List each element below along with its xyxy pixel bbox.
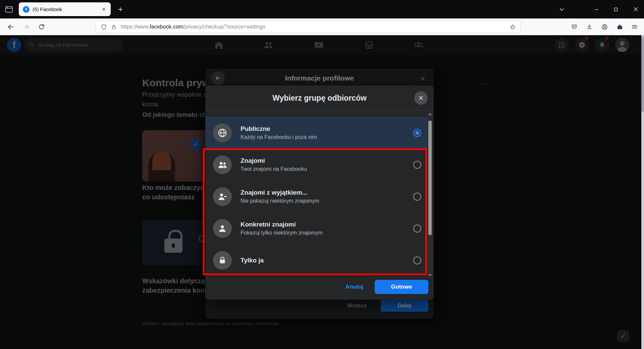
new-tab-button[interactable]: [115, 5, 125, 14]
cancel-button[interactable]: Anuluj: [345, 284, 363, 290]
modal-divider: [205, 110, 434, 111]
navigation-toolbar: https://www.facebook.com/privacy/checkup…: [0, 18, 644, 35]
modal-footer: Anuluj Gotowe: [345, 280, 428, 294]
scroll-up-icon[interactable]: [428, 113, 432, 116]
option-description: Każdy na Facebooku i poza nim: [240, 134, 317, 140]
scroll-down-icon[interactable]: [428, 273, 432, 277]
facebook-page: f: [0, 35, 644, 349]
url-text: https://www.facebook.com/privacy/checkup…: [121, 24, 265, 30]
forward-button[interactable]: [20, 21, 32, 33]
downloads-icon[interactable]: [583, 21, 595, 33]
option-title: Publiczne: [240, 125, 317, 133]
window-maximize-button[interactable]: [608, 2, 624, 16]
lock-icon[interactable]: [111, 24, 117, 30]
bookmark-star-icon[interactable]: [509, 24, 516, 30]
done-button[interactable]: Gotowe: [375, 280, 428, 294]
back-button[interactable]: [5, 21, 17, 33]
url-bar[interactable]: https://www.facebook.com/privacy/checkup…: [96, 20, 521, 33]
pocket-icon[interactable]: [568, 21, 580, 33]
tab-bar: f (5) Facebook: [0, 0, 644, 18]
tracking-shield-icon[interactable]: [101, 24, 107, 30]
account-icon[interactable]: [598, 21, 610, 33]
list-all-tabs-icon[interactable]: [557, 5, 567, 14]
modal-close-icon[interactable]: [414, 91, 428, 105]
tab-close-icon[interactable]: [100, 6, 107, 13]
menu-hamburger-icon[interactable]: [629, 21, 641, 33]
extensions-puzzle-icon[interactable]: [613, 21, 626, 33]
annotation-highlight-box: [203, 148, 427, 275]
screenshot-root: { "browser": { "tab_title": "(5) Faceboo…: [0, 0, 644, 349]
page-scrollbar[interactable]: [641, 35, 644, 349]
reload-button[interactable]: [36, 21, 48, 33]
page-scrollbar-thumb[interactable]: [641, 37, 644, 112]
firefox-view-icon[interactable]: [5, 5, 13, 13]
modal-title: Wybierz grupę odbiorców: [205, 94, 434, 103]
facebook-favicon: f: [23, 6, 30, 13]
tab-title: (5) Facebook: [33, 6, 100, 12]
audience-option-public[interactable]: Publiczne Każdy na Facebooku i poza nim: [205, 117, 427, 149]
window-close-button[interactable]: [628, 2, 643, 16]
scrollbar-thumb[interactable]: [428, 121, 432, 235]
globe-icon: [213, 123, 232, 142]
radio-button-public[interactable]: [413, 129, 421, 137]
modal-scrollbar[interactable]: [428, 112, 432, 277]
window-minimize-button[interactable]: [589, 2, 604, 16]
browser-tab-facebook[interactable]: f (5) Facebook: [19, 2, 111, 16]
